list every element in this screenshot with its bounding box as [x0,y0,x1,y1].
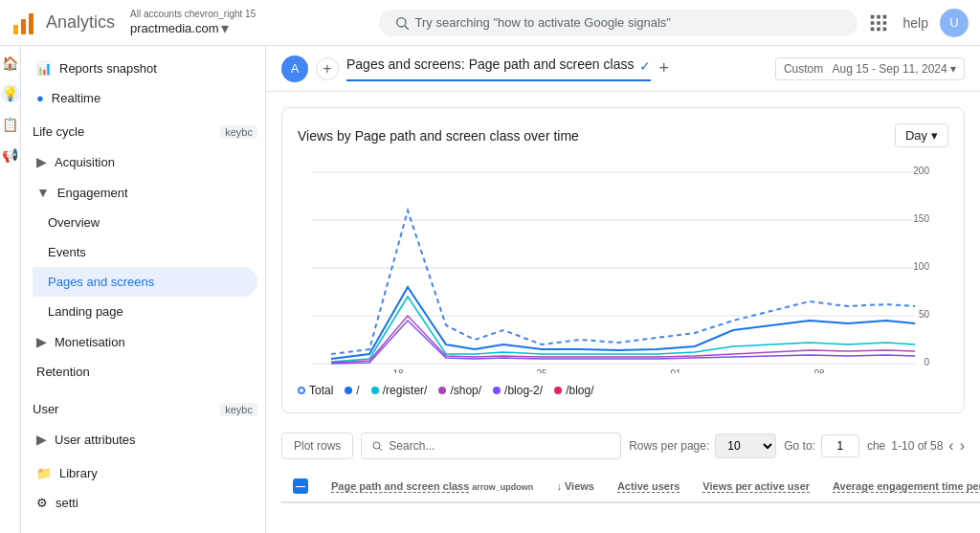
svg-text:01: 01 [670,368,681,373]
chart-line-slash [331,287,915,359]
legend-shop: /shop/ [438,384,481,397]
legend-dot-slash [345,387,352,394]
legend-label-blog2: /blog-2/ [504,384,543,397]
sidebar-item-reports-snapshot[interactable]: 📊 Reports snapshot [21,54,265,83]
sidebar-item-acquisition[interactable]: ▶ Acquisition [21,146,257,177]
active-tab[interactable]: Pages and screens: Page path and screen … [346,56,651,81]
chart-period-arrow-icon: ▾ [931,128,938,143]
user-section-label: User [33,402,58,416]
th-page-path[interactable]: Page path and screen class arrow_updown [320,471,545,502]
legend-blog: /blog/ [554,384,593,397]
th-views[interactable]: ↓ Views [545,471,606,502]
lifecycle-kbd: keybc [220,125,257,139]
user-kbd: keybc [220,403,257,416]
svg-rect-1 [21,19,26,34]
main-layout: 🏠 💡 📋 📢 📊 Reports snapshot ● Realtime Li… [0,46,980,533]
apps-icon-button[interactable] [865,10,892,36]
settings-icon: ⚙ [36,496,48,510]
sidebar-item-retention-label: Retention [36,365,90,379]
svg-rect-5 [870,14,874,18]
lifecycle-section-header[interactable]: Life cycle keybc [21,117,265,146]
nav-data-icon[interactable]: 📋 [1,115,20,134]
acquisition-arrow-icon: ▶ [36,154,47,169]
overview-label: Overview [48,215,100,230]
date-range-selector[interactable]: Custom Aug 15 - Sep 11, 2024 ▾ [775,57,965,80]
sidebar: 📊 Reports snapshot ● Realtime Life cycle… [21,46,266,533]
account-selector[interactable]: All accounts chevron_right 15 practmedia… [130,9,371,37]
legend-dot-shop [438,387,446,394]
tab-add-button[interactable]: + [316,57,339,80]
chart-svg: 200 150 100 50 0 [298,163,948,373]
legend-label-slash: / [356,384,359,397]
search-bar[interactable]: Try searching "how to activate Google si… [379,10,858,36]
svg-rect-7 [882,14,886,18]
svg-rect-8 [870,21,874,25]
search-icon [394,15,410,31]
svg-rect-9 [877,21,880,25]
chart-svg-wrapper: 200 150 100 50 0 [298,163,948,376]
svg-line-4 [405,26,409,30]
svg-text:18: 18 [392,368,404,373]
rows-per-page-label: Rows per page: [629,439,709,453]
svg-rect-11 [870,27,874,31]
goto-label: Go to: [784,439,815,453]
nav-insights-icon[interactable]: 💡 [1,84,20,103]
user-avatar[interactable]: U [940,9,969,37]
sidebar-item-realtime[interactable]: ● Realtime [21,83,265,113]
sidebar-item-pages-and-screens[interactable]: Pages and screens [33,267,257,297]
legend-total: Total [298,384,333,397]
nav-home-icon[interactable]: 🏠 [1,54,20,73]
page-info-text: 1-10 of 58 [891,439,943,453]
engagement-sub: Overview Events Pages and screens Landin… [21,208,265,326]
user-section-header[interactable]: User keybc [21,394,265,424]
avatar-text: U [949,15,958,30]
help-button[interactable]: help [903,15,928,31]
svg-rect-0 [13,25,18,34]
main-content: Views by Page path and screen class over… [266,92,980,519]
th-avg-engagement-label: Average engagement time per [833,480,980,493]
sidebar-item-settings[interactable]: ⚙ setti [21,488,265,518]
svg-rect-12 [877,27,880,31]
sidebar-item-user-attributes[interactable]: ▶ User attributes [21,424,257,455]
svg-point-3 [396,17,405,26]
date-range-value: Aug 15 - Sep 11, 2024 [833,62,947,76]
legend-register: /register/ [371,384,428,397]
sidebar-item-retention[interactable]: Retention [21,357,257,387]
tab-title: Pages and screens: Page path and screen … [346,56,634,76]
th-page-path-label: Page path and screen class [331,480,469,493]
th-checkbox: — [281,471,320,502]
next-page-button[interactable]: › [960,437,965,455]
sidebar-item-library[interactable]: 📁 Library [21,458,265,488]
svg-rect-2 [29,13,33,34]
nav-ads-icon[interactable]: 📢 [1,145,20,165]
th-active-users-label: Active users [617,480,679,493]
lifecycle-section: Life cycle keybc ▶ Acquisition ▼ Engagem… [21,113,265,390]
sidebar-item-monetisation[interactable]: ▶ Monetisation [21,326,257,357]
account-name-row[interactable]: practmedia.com ▾ [130,19,371,37]
sidebar-item-engagement[interactable]: ▼ Engagement [21,177,257,208]
search-box-icon [371,440,383,452]
goto-input[interactable] [821,434,859,457]
header-right: help U [865,9,969,37]
goto-control: Go to: [784,434,859,457]
engagement-arrow-icon: ▼ [36,185,50,200]
account-name: practmedia.com [130,21,218,35]
search-box-placeholder: Search... [389,439,434,453]
help-label: help [903,15,928,31]
date-range-arrow-icon: ▾ [950,62,956,76]
prev-page-button[interactable]: ‹ [948,437,953,455]
library-label: Library [59,466,98,480]
svg-rect-13 [882,27,886,31]
account-dropdown-icon: ▾ [221,19,229,37]
search-box[interactable]: Search... [361,433,621,459]
sidebar-item-landing-page[interactable]: Landing page [33,297,257,326]
chart-period-selector[interactable]: Day ▾ [895,123,948,147]
sidebar-item-engagement-label: Engagement [57,186,128,200]
th-avg-engagement: Average engagement time per [821,471,980,502]
header-checkbox[interactable]: — [293,478,308,494]
sidebar-item-events[interactable]: Events [33,237,257,267]
tab-add-button2[interactable]: + [658,58,669,78]
plot-rows-button[interactable]: Plot rows [281,433,353,459]
sidebar-item-overview[interactable]: Overview [33,208,257,237]
rows-per-page-select[interactable]: 10 25 50 [715,433,776,458]
